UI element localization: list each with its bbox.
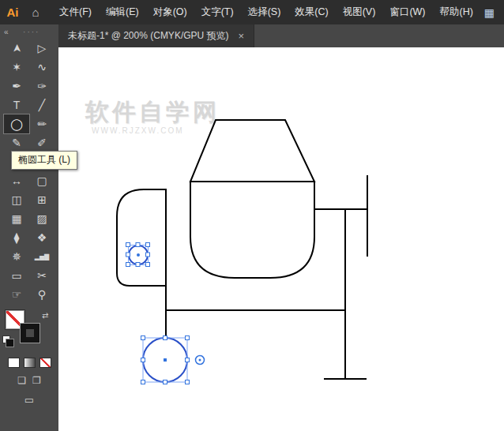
menu-help[interactable]: 帮助(H) [433,0,480,24]
stroke-color-swatch[interactable] [21,324,39,343]
mixer-drum[interactable] [190,182,314,278]
large-circle-handle-sw[interactable] [141,380,145,384]
direct-selection-tool[interactable]: ▷ [29,39,55,58]
artwork-svg [58,47,504,431]
tools-panel: « ···· ➤ ▷ ✶ ∿ ✒ ✑ T ╱ ◯ ✏ ✎ ✐ ↻ ⤢ ↔ ▢ ◫… [0,24,58,431]
shaper-tool[interactable]: ✐ [29,133,55,152]
tool-grid: ➤ ▷ ✶ ∿ ✒ ✑ T ╱ ◯ ✏ ✎ ✐ ↻ ⤢ ↔ ▢ ◫ ⊞ ▦ ▨ … [4,39,55,304]
curvature-tool[interactable]: ✑ [29,77,55,96]
screen-mode-icon[interactable]: ▭ [24,394,34,406]
menu-window[interactable]: 窗口(W) [382,0,432,24]
document-tab-bar: 未标题-1* @ 200% (CMYK/GPU 预览) × [58,24,504,47]
large-circle-handle-w[interactable] [141,358,145,362]
large-circle-handle-nw[interactable] [141,336,145,340]
menu-bar: Ai ⌂ 文件(F) 编辑(E) 对象(O) 文字(T) 选择(S) 效果(C)… [0,0,504,24]
workspace-switcher-icon[interactable]: ▦ [484,6,495,19]
home-icon[interactable]: ⌂ [25,6,46,19]
pencil-tool[interactable]: ✎ [4,133,29,152]
eyedropper-tool[interactable]: ⧫ [4,228,29,247]
paint-mode-row [8,358,51,368]
menu-object[interactable]: 对象(O) [146,0,194,24]
large-circle-handle-e[interactable] [186,358,190,362]
menu-view[interactable]: 视图(V) [336,0,383,24]
swap-fill-stroke-icon[interactable]: ⇄ [42,311,48,320]
pen-tool[interactable]: ✒ [4,77,29,96]
paint-none-button[interactable] [39,358,51,368]
menu-select[interactable]: 选择(S) [241,0,288,24]
small-circle-center-point[interactable] [137,253,140,257]
paintbrush-tool[interactable]: ✏ [29,114,55,133]
small-circle-handle-se[interactable] [146,263,150,267]
small-circle-handle-sw[interactable] [126,263,130,267]
small-circle-handle-n[interactable] [136,243,140,247]
lasso-tool[interactable]: ∿ [29,58,55,77]
perspective-grid-tool[interactable]: ⊞ [29,190,55,209]
small-circle-handle-ne[interactable] [146,243,150,247]
menu-type[interactable]: 文字(T) [194,0,241,24]
ellipse-tool[interactable]: ◯ [4,114,29,133]
selection-tool[interactable]: ➤ [7,36,26,61]
paint-gradient-button[interactable] [24,358,36,368]
gradient-tool[interactable]: ▨ [29,209,55,228]
tool-tooltip: 椭圆工具 (L) [11,151,77,170]
blend-tool[interactable]: ❖ [29,228,55,247]
line-segment-tool[interactable]: ╱ [29,96,55,114]
menu-edit[interactable]: 编辑(E) [99,0,146,24]
slice-tool[interactable]: ✂ [29,266,55,285]
large-circle-handle-s[interactable] [164,380,167,384]
free-transform-tool[interactable]: ▢ [29,171,55,190]
large-circle-handle-ne[interactable] [186,336,190,340]
artboard-canvas[interactable]: 软件自学网 WWW.RJZXW.COM [58,47,504,431]
mixer-motor-housing[interactable] [117,189,166,286]
paint-color-button[interactable] [8,358,20,368]
mesh-tool[interactable]: ▦ [4,209,29,228]
large-circle-center-point[interactable] [164,358,167,362]
zoom-tool[interactable]: ⚲ [29,285,55,304]
live-shape-widget-dot [199,359,201,362]
menu-items: 文件(F) 编辑(E) 对象(O) 文字(T) 选择(S) 效果(C) 视图(V… [52,0,480,24]
artboard-tool[interactable]: ▭ [4,266,29,285]
document-tab-title: 未标题-1* @ 200% (CMYK/GPU 预览) [68,29,229,43]
color-controls: ⇄ [0,310,58,351]
small-circle-handle-w[interactable] [126,253,130,257]
hand-tool[interactable]: ☞ [4,285,29,304]
large-circle-handle-se[interactable] [186,380,190,384]
draw-normal-icon[interactable]: ❏ [17,375,26,386]
small-circle-handle-e[interactable] [146,253,150,257]
draw-behind-icon[interactable]: ❐ [32,375,41,386]
draw-mode-row: ❏ ❐ [17,375,41,386]
illustrator-logo: Ai [0,6,25,19]
width-tool[interactable]: ↔ [4,171,29,190]
large-circle-handle-n[interactable] [164,336,167,340]
document-tab[interactable]: 未标题-1* @ 200% (CMYK/GPU 预览) × [58,24,254,47]
graph-tool[interactable]: ▂▅▇ [29,247,55,266]
menu-effect[interactable]: 效果(C) [288,0,335,24]
default-fill-stroke-icon[interactable] [2,335,10,343]
symbol-sprayer-tool[interactable]: ✵ [4,247,29,266]
small-circle-handle-s[interactable] [136,263,140,267]
tab-close-icon[interactable]: × [239,30,245,42]
small-circle-handle-nw[interactable] [126,243,130,247]
shape-builder-tool[interactable]: ◫ [4,190,29,209]
type-tool[interactable]: T [4,96,29,114]
mixer-hopper[interactable] [190,120,314,182]
menu-file[interactable]: 文件(F) [52,0,99,24]
panel-grip[interactable]: ···· [9,28,55,36]
